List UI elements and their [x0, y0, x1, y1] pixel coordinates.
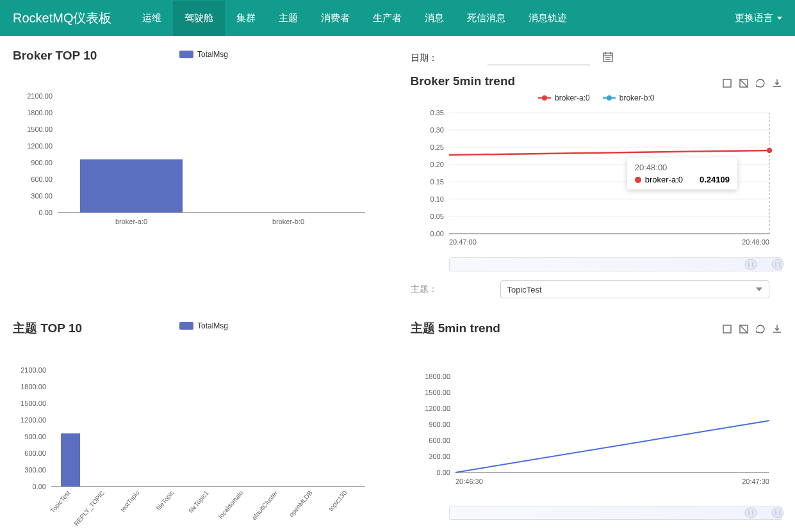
- bar-broker-a[interactable]: [80, 159, 183, 213]
- svg-point-76: [745, 508, 757, 518]
- datazoom-slider[interactable]: [449, 257, 783, 271]
- zoom-icon[interactable]: [722, 78, 732, 88]
- nav-item-message[interactable]: 消息: [413, 1, 455, 36]
- slider-handle-right[interactable]: [770, 505, 785, 520]
- svg-text:TopicTest: TopicTest: [49, 489, 71, 514]
- slider-handle-left[interactable]: [743, 257, 758, 272]
- svg-text:2100.00: 2100.00: [20, 366, 46, 374]
- svg-text:broker-a:0: broker-a:0: [115, 218, 147, 225]
- topic-row: 主题： TopicTest: [411, 278, 783, 307]
- svg-text:broker-b:0: broker-b:0: [272, 218, 304, 225]
- topic-label: 主题：: [411, 284, 443, 295]
- nav-item-consumer[interactable]: 消费者: [309, 1, 361, 36]
- svg-text:20:48:00: 20:48:00: [742, 238, 769, 246]
- download-icon[interactable]: [772, 78, 782, 88]
- bar-plot: 0.00 300.00 600.00 900.00 1200.00 1500.0…: [13, 68, 372, 241]
- date-label: 日期：: [411, 52, 443, 64]
- svg-text:0.35: 0.35: [430, 109, 443, 117]
- legend-label: TotalMsg: [197, 50, 228, 59]
- data-point[interactable]: [767, 148, 772, 153]
- nav-item-ops[interactable]: 运维: [131, 1, 173, 36]
- svg-text:testTopic: testTopic: [119, 489, 141, 513]
- legend-label: TotalMsg: [197, 321, 228, 330]
- date-input[interactable]: [488, 51, 590, 65]
- svg-text:0.15: 0.15: [430, 178, 443, 186]
- chart-tooltip: 20:48:00 broker-a:0 0.24109: [627, 157, 737, 189]
- nav-item-topic[interactable]: 主题: [267, 1, 309, 36]
- svg-text:fileTopic1: fileTopic1: [187, 489, 210, 514]
- svg-text:0.00: 0.00: [436, 469, 450, 476]
- svg-text:300.00: 300.00: [24, 466, 46, 474]
- nav-item-dashboard[interactable]: 驾驶舱: [173, 1, 225, 36]
- chart-broker-top10: Broker TOP 10 TotalMsg 0.00 300.00 600.0…: [13, 49, 385, 307]
- chart-topic-5min: 主题 5min trend 0.00 300.00 600.00 900.00 …: [411, 320, 783, 532]
- refresh-icon[interactable]: [755, 78, 766, 88]
- chart-toolbox: [722, 78, 782, 88]
- legend-item-broker-a[interactable]: broker-a:0: [538, 93, 590, 102]
- svg-text:1500.00: 1500.00: [20, 399, 46, 407]
- svg-line-65: [740, 325, 748, 333]
- language-switch-label: 更换语言: [735, 12, 773, 24]
- download-icon[interactable]: [772, 324, 782, 334]
- zoom-reset-icon[interactable]: [739, 324, 749, 334]
- svg-text:fileTopic: fileTopic: [155, 489, 176, 512]
- svg-text:900.00: 900.00: [31, 159, 53, 166]
- nav-items: 运维 驾驶舱 集群 主题 消费者 生产者 消息 死信消息 消息轨迹: [131, 1, 735, 36]
- x-axis-rotated: TopicTest REPLY_TOPIC testTopic fileTopi…: [49, 489, 348, 528]
- svg-text:1200.00: 1200.00: [27, 142, 53, 150]
- bar-plot: 0.00 300.00 600.00 900.00 1200.00 1500.0…: [13, 342, 372, 532]
- line-legend: broker-a:0 broker-b:0: [411, 93, 783, 102]
- tooltip-dot-icon: [635, 177, 641, 183]
- bar-topictest[interactable]: [61, 433, 80, 487]
- legend-item-broker-b[interactable]: broker-b:0: [603, 93, 655, 102]
- series-line-topic[interactable]: [455, 421, 769, 472]
- legend[interactable]: TotalMsg: [179, 50, 228, 59]
- legend-swatch-icon: [179, 51, 193, 58]
- svg-text:1500.00: 1500.00: [425, 389, 450, 396]
- datazoom-slider[interactable]: [449, 506, 783, 520]
- svg-text:300.00: 300.00: [429, 453, 450, 460]
- legend-swatch-icon: [179, 322, 193, 330]
- nav-item-dlq[interactable]: 死信消息: [455, 1, 517, 36]
- svg-point-39: [745, 259, 757, 270]
- svg-text:0.00: 0.00: [430, 230, 443, 238]
- zoom-icon[interactable]: [722, 324, 732, 334]
- svg-text:600.00: 600.00: [429, 437, 450, 444]
- slider-handle-right[interactable]: [770, 257, 785, 272]
- refresh-icon[interactable]: [755, 324, 766, 334]
- nav-item-producer[interactable]: 生产者: [361, 1, 413, 36]
- calendar-icon[interactable]: [603, 52, 613, 65]
- chart-topic-top10: 主题 TOP 10 TotalMsg 0.00 300.00 600.00 90…: [13, 320, 385, 532]
- y-axis: 0.00 0.05 0.10 0.15 0.20 0.25 0.30 0.35: [430, 109, 443, 238]
- svg-text:efaultCluster: efaultCluster: [250, 489, 279, 522]
- svg-text:0.30: 0.30: [430, 126, 443, 134]
- svg-text:topic130: topic130: [327, 489, 348, 512]
- svg-text:20:46:30: 20:46:30: [455, 478, 483, 485]
- legend[interactable]: TotalMsg: [179, 321, 228, 330]
- chevron-down-icon: [756, 287, 762, 291]
- svg-text:600.00: 600.00: [24, 449, 46, 457]
- slider-handle-left[interactable]: [743, 505, 758, 520]
- series-line-broker-a[interactable]: [449, 150, 769, 155]
- svg-text:1800.00: 1800.00: [20, 383, 46, 391]
- svg-text:0.00: 0.00: [33, 483, 46, 490]
- zoom-reset-icon[interactable]: [739, 78, 749, 88]
- nav-item-trace[interactable]: 消息轨迹: [517, 1, 578, 36]
- svg-text:0.20: 0.20: [430, 161, 443, 168]
- y-axis: 0.00 300.00 600.00 900.00 1200.00 1500.0…: [425, 373, 450, 476]
- navbar: RocketMQ仪表板 运维 驾驶舱 集群 主题 消费者 生产者 消息 死信消息…: [0, 0, 795, 36]
- svg-text:20:47:00: 20:47:00: [449, 238, 477, 246]
- svg-text:1500.00: 1500.00: [27, 125, 53, 133]
- svg-rect-17: [723, 79, 731, 87]
- language-switch[interactable]: 更换语言: [735, 12, 782, 24]
- tooltip-series: broker-a:0: [645, 175, 683, 184]
- svg-text:REPLY_TOPIC: REPLY_TOPIC: [72, 489, 106, 527]
- svg-text:1800.00: 1800.00: [425, 373, 450, 380]
- svg-text:1200.00: 1200.00: [20, 416, 46, 424]
- topic-select[interactable]: TopicTest: [500, 280, 769, 298]
- chart-broker-5min: Broker 5min trend broker-a:0 broker-b:0 …: [411, 74, 783, 307]
- brand-title: RocketMQ仪表板: [13, 10, 111, 27]
- date-row: 日期：: [411, 49, 783, 74]
- svg-text:20:47:30: 20:47:30: [742, 478, 769, 485]
- nav-item-cluster[interactable]: 集群: [225, 1, 267, 36]
